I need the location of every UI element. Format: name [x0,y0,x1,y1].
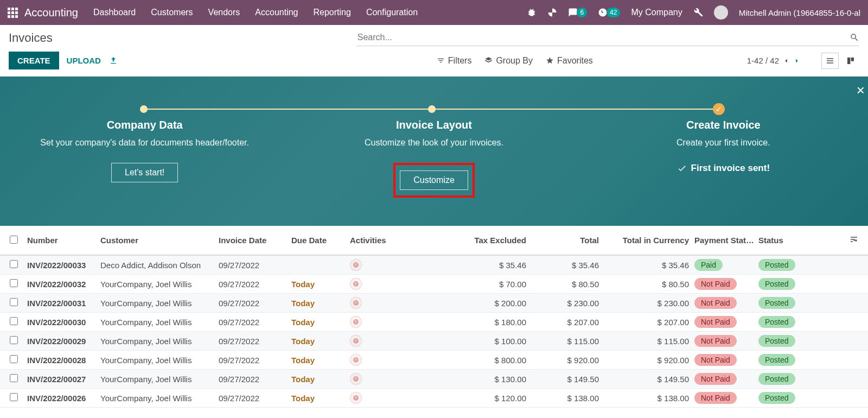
cell-total-currency: $ 35.46 [604,261,694,270]
cell-status: Posted [758,259,836,271]
kanban-view-button[interactable] [842,53,859,69]
col-customer[interactable]: Customer [100,236,219,245]
col-total[interactable]: Total [532,236,604,245]
clock-icon [350,316,362,328]
table-row[interactable]: INV/2022/00029YourCompany, Joel Willis09… [0,332,868,351]
table-row[interactable]: INV/2022/00033Deco Addict, Addison Olson… [0,256,868,275]
select-all-checkbox[interactable] [10,236,18,244]
cell-activities[interactable] [350,297,464,309]
cell-activities[interactable] [350,278,464,290]
row-select-checkbox[interactable] [10,260,18,268]
main-menus: Dashboard Customers Vendors Accounting R… [93,8,418,17]
cell-payment-status: Paid [694,259,758,271]
support-icon[interactable] [547,8,557,17]
cell-due-date: Today [291,280,350,289]
customize-button[interactable]: Customize [400,170,468,190]
apps-menu-icon[interactable] [8,8,18,18]
col-total-currency[interactable]: Total in Currency [604,236,694,245]
pager-prev-icon[interactable] [782,57,790,65]
table-row[interactable]: INV/2022/00030YourCompany, Joel Willis09… [0,313,868,332]
cell-number: INV/2022/00030 [27,318,100,327]
menu-reporting[interactable]: Reporting [314,8,351,17]
table-row[interactable]: INV/2022/00031YourCompany, Joel Willis09… [0,294,868,313]
col-settings[interactable] [850,235,866,245]
cell-total: $ 149.50 [532,375,604,384]
menu-dashboard[interactable]: Dashboard [93,8,136,17]
cell-activities[interactable] [350,373,464,385]
settings-icon [850,235,858,244]
cell-total: $ 115.00 [532,337,604,346]
table-row[interactable]: INV/2022/00026YourCompany, Joel Willis09… [0,389,868,408]
messaging-menu[interactable]: 6 [568,8,587,17]
col-status[interactable]: Status [758,236,836,245]
cell-activities[interactable] [350,316,464,328]
col-invoice-date[interactable]: Invoice Date [219,236,291,245]
cell-total-currency: $ 149.50 [604,375,694,384]
app-name[interactable]: Accounting [24,7,78,19]
cell-payment-status: Not Paid [694,392,758,404]
menu-accounting[interactable]: Accounting [255,8,298,17]
cell-customer: YourCompany, Joel Willis [100,318,219,327]
activities-menu[interactable]: 42 [598,8,620,17]
cell-number: INV/2022/00031 [27,299,100,308]
col-number[interactable]: Number [27,236,100,245]
cell-due-date: Today [291,337,350,346]
upload-button[interactable]: UPLOAD [67,56,101,65]
cell-activities[interactable] [350,335,464,347]
layers-icon [484,56,493,65]
menu-configuration[interactable]: Configuration [366,8,418,17]
close-icon[interactable]: × [857,82,865,99]
pager: 1-42 / 42 [747,56,801,65]
row-select-checkbox[interactable] [10,317,18,325]
search-input[interactable] [356,29,859,46]
table-row[interactable]: INV/2022/00032YourCompany, Joel Willis09… [0,275,868,294]
cell-total: $ 80.50 [532,280,604,289]
company-name[interactable]: My Company [631,8,682,17]
groupby-menu[interactable]: Group By [484,56,533,66]
onboarding-progress: ✓ [0,104,868,115]
pager-text[interactable]: 1-42 / 42 [747,56,779,65]
row-select-checkbox[interactable] [10,374,18,382]
row-select-checkbox[interactable] [10,298,18,306]
cell-number: INV/2022/00026 [27,394,100,403]
messaging-badge: 6 [577,8,587,17]
search-icon[interactable] [850,33,859,42]
list-icon [825,56,835,65]
table-row[interactable]: INV/2022/00027YourCompany, Joel Willis09… [0,370,868,389]
pager-next-icon[interactable] [793,57,801,65]
table-row[interactable]: INV/2022/00028YourCompany, Joel Willis09… [0,351,868,370]
row-select-checkbox[interactable] [10,393,18,401]
cell-status: Posted [758,335,836,347]
row-select-checkbox[interactable] [10,336,18,344]
page-title: Invoices [9,31,53,45]
cell-status: Posted [758,297,836,309]
cell-invoice-date: 09/27/2022 [219,394,291,403]
cell-status: Posted [758,392,836,404]
favorites-menu[interactable]: Favorites [546,56,593,66]
list-view-button[interactable] [821,53,839,69]
cell-activities[interactable] [350,392,464,404]
lets-start-button[interactable]: Let's start! [111,163,178,182]
cell-activities[interactable] [350,354,464,366]
step-title: Company Data [16,119,273,131]
menu-vendors[interactable]: Vendors [208,8,240,17]
username[interactable]: Mitchell Admin (19664855-16-0-al [739,8,860,17]
cell-activities[interactable] [350,259,464,271]
avatar[interactable] [714,5,728,20]
menu-customers[interactable]: Customers [151,8,193,17]
row-select-checkbox[interactable] [10,279,18,287]
filters-menu[interactable]: Filters [437,56,472,66]
step-desc: Create your first invoice. [595,137,852,149]
create-button[interactable]: CREATE [9,52,59,69]
row-select-checkbox[interactable] [10,355,18,363]
progress-dot-2 [428,105,436,113]
groupby-label: Group By [496,56,533,66]
col-payment-status[interactable]: Payment Status [694,236,758,245]
debug-icon[interactable] [527,8,537,17]
col-activities[interactable]: Activities [350,236,464,245]
col-due-date[interactable]: Due Date [291,236,350,245]
col-tax-excluded[interactable]: Tax Excluded [464,236,532,245]
tools-icon[interactable] [693,8,703,17]
upload-icon[interactable] [108,56,118,65]
cell-total-currency: $ 80.50 [604,280,694,289]
